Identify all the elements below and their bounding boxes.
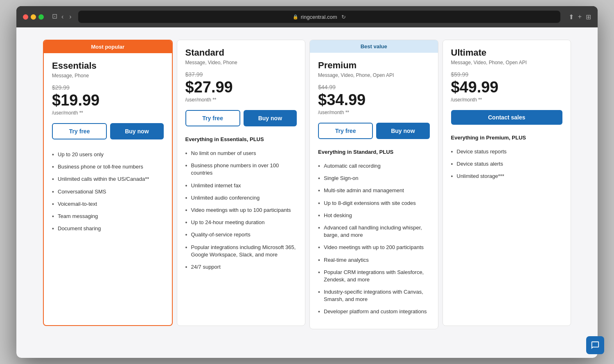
feature-item: Hot desking <box>318 210 430 221</box>
plan-features-header-premium: Everything in Standard, PLUS <box>318 149 430 155</box>
chat-widget[interactable] <box>586 336 598 354</box>
feature-item: Document sharing <box>52 223 164 234</box>
plan-features-premium: Automatic call recording Single Sign-on … <box>318 161 430 317</box>
plan-original-price-premium: $44.99 <box>318 84 430 90</box>
plan-card-premium: Best value Premium Message, Video, Phone… <box>309 40 438 329</box>
feature-item: Device status alerts <box>451 159 563 169</box>
feature-item: Voicemail-to-text <box>52 199 164 209</box>
plan-features-ultimate: Device status reports Device status aler… <box>451 146 563 182</box>
plan-card-standard: Standard Message, Video, Phone $37.99 $2… <box>177 40 306 326</box>
close-button[interactable] <box>23 14 28 20</box>
try-free-button-standard[interactable]: Try free <box>185 110 240 126</box>
feature-item: Single Sign-on <box>318 173 430 184</box>
plan-name-standard: Standard <box>185 47 297 58</box>
plan-subtitle-ultimate: Message, Video, Phone, Open API <box>451 60 563 65</box>
share-button[interactable]: ⬆ <box>569 13 574 21</box>
minimize-button[interactable] <box>31 14 36 20</box>
address-bar[interactable]: 🔒 ringcentral.com ↻ <box>78 11 560 23</box>
plan-price-premium: $34.99 <box>318 91 430 109</box>
browser-controls: ⊡ ‹ › <box>52 12 73 21</box>
plan-price-standard: $27.99 <box>185 79 297 96</box>
plan-original-price-essentials: $29.99 <box>52 84 164 91</box>
feature-item: Quality-of-service reports <box>185 229 297 240</box>
feature-item: Video meetings with up to 200 participan… <box>318 242 430 253</box>
plan-name-premium: Premium <box>318 60 430 71</box>
feature-item: Unlimited internet fax <box>185 180 297 191</box>
url-text: ringcentral.com <box>301 14 337 20</box>
contact-sales-button-ultimate[interactable]: Contact sales <box>451 110 563 125</box>
feature-item: Conversational SMS <box>52 186 164 197</box>
feature-item: Popular integrations including Microsoft… <box>185 242 297 260</box>
plan-features-header-standard: Everything in Essentials, PLUS <box>185 136 297 142</box>
plan-original-price-standard: $37.99 <box>185 71 297 78</box>
sidebar-toggle-icon[interactable]: ⊡ <box>52 12 57 21</box>
plan-features-standard: No limit on number of users Business pho… <box>185 148 297 272</box>
plan-actions-premium: Try free Buy now <box>318 123 430 139</box>
feature-item: Business phone or toll-free numbers <box>52 162 164 172</box>
feature-item: Popular CRM integrations with Salesforce… <box>318 267 430 285</box>
feature-item: 24/7 support <box>185 262 297 272</box>
feature-item: No limit on number of users <box>185 148 297 159</box>
buy-now-button-essentials[interactable]: Buy now <box>110 123 163 139</box>
tabs-button[interactable]: ⊞ <box>586 13 591 21</box>
plan-price-ultimate: $49.99 <box>451 79 563 96</box>
browser-chrome: ⊡ ‹ › 🔒 ringcentral.com ↻ ⬆ + ⊞ <box>16 6 598 27</box>
browser-right-controls: ⬆ + ⊞ <box>569 13 591 21</box>
feature-item: Business phone numbers in over 100 count… <box>185 160 297 178</box>
back-button[interactable]: ‹ <box>60 12 65 21</box>
browser-window: ⊡ ‹ › 🔒 ringcentral.com ↻ ⬆ + ⊞ Most pop… <box>16 6 598 358</box>
plan-features-essentials: Up to 20 users only Business phone or to… <box>52 149 164 234</box>
plan-original-price-ultimate: $59.99 <box>451 71 563 78</box>
traffic-lights <box>23 14 44 20</box>
feature-item: Up to 24-hour meeting duration <box>185 217 297 228</box>
plan-actions-standard: Try free Buy now <box>185 110 297 126</box>
forward-button[interactable]: › <box>68 12 73 21</box>
feature-item: Unlimited audio conferencing <box>185 193 297 203</box>
try-free-button-essentials[interactable]: Try free <box>52 123 107 139</box>
feature-item: Unlimited calls within the US/Canada** <box>52 174 164 184</box>
feature-item: Real-time analytics <box>318 255 430 265</box>
feature-item: Developer platform and custom integratio… <box>318 306 430 317</box>
buy-now-button-standard[interactable]: Buy now <box>244 110 297 126</box>
feature-item: Device status reports <box>451 146 563 157</box>
feature-item: Video meetings with up to 100 participan… <box>185 205 297 216</box>
lock-icon: 🔒 <box>293 14 298 20</box>
plan-name-essentials: Essentials <box>52 61 164 71</box>
feature-item: Multi-site admin and management <box>318 185 430 196</box>
plan-card-essentials: Most popular Essentials Message, Phone $… <box>43 40 173 326</box>
pricing-container: Most popular Essentials Message, Phone $… <box>41 40 573 329</box>
plan-actions-essentials: Try free Buy now <box>52 123 164 139</box>
feature-item: Unlimited storage*** <box>451 171 563 182</box>
browser-body: Most popular Essentials Message, Phone $… <box>16 27 598 358</box>
maximize-button[interactable] <box>38 14 44 20</box>
feature-item: Industry-specific integrations with Canv… <box>318 287 430 305</box>
plan-period-essentials: /user/month ** <box>52 110 164 116</box>
plan-features-header-ultimate: Everything in Premium, PLUS <box>451 135 563 141</box>
feature-item: Advanced call handling including whisper… <box>318 222 430 240</box>
plan-name-ultimate: Ultimate <box>451 47 563 58</box>
feature-item: Automatic call recording <box>318 161 430 171</box>
plan-banner-essentials: Most popular <box>44 40 172 53</box>
plan-actions-ultimate: Contact sales <box>451 110 563 125</box>
plan-banner-premium: Best value <box>310 40 438 53</box>
try-free-button-premium[interactable]: Try free <box>318 123 373 139</box>
feature-item: Team messaging <box>52 211 164 222</box>
plan-subtitle-premium: Message, Video, Phone, Open API <box>318 72 430 78</box>
reload-icon[interactable]: ↻ <box>341 14 346 20</box>
plan-price-essentials: $19.99 <box>52 92 164 109</box>
feature-item: Up to 8-digit extensions with site codes <box>318 198 430 209</box>
plan-period-premium: /user/month ** <box>318 110 430 115</box>
buy-now-button-premium[interactable]: Buy now <box>376 123 429 139</box>
plan-period-standard: /user/month ** <box>185 97 297 103</box>
plan-subtitle-standard: Message, Video, Phone <box>185 60 297 65</box>
plan-period-ultimate: /user/month ** <box>451 97 563 103</box>
feature-item: Up to 20 users only <box>52 149 164 160</box>
new-tab-button[interactable]: + <box>578 13 582 21</box>
plan-subtitle-essentials: Message, Phone <box>52 73 164 79</box>
plan-card-ultimate: Ultimate Message, Video, Phone, Open API… <box>442 40 571 326</box>
